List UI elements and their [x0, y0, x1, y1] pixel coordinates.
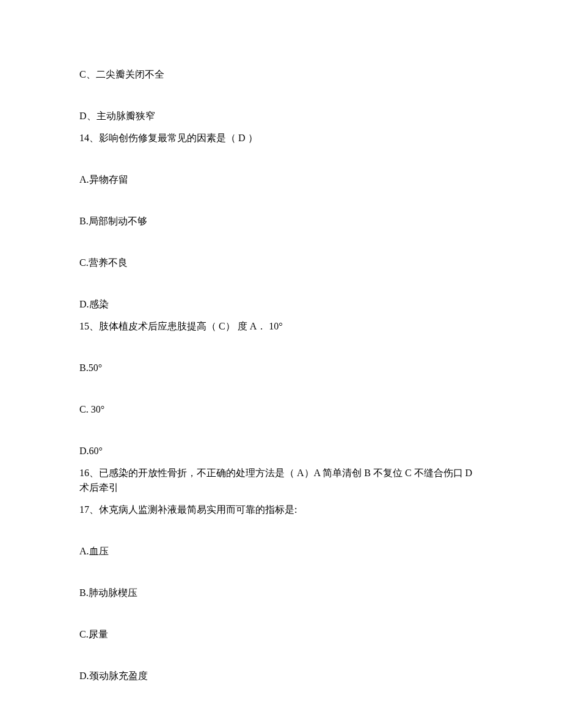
question-line: 16、已感染的开放性骨折，不正确的处理方法是（ A）A 简单清创 B 不复位 C… [79, 466, 483, 495]
option-line: D.颈动脉充盈度 [79, 669, 483, 683]
option-line: B.50° [79, 361, 483, 375]
question-line: 14、影响创伤修复最常见的因素是（ D ） [79, 131, 483, 145]
option-line: B.局部制动不够 [79, 214, 483, 229]
option-line: A.血压 [79, 544, 483, 559]
option-line: D.60° [79, 444, 483, 458]
option-line: B.肺动脉楔压 [79, 586, 483, 600]
option-line: C.尿量 [79, 627, 483, 642]
option-line: C.营养不良 [79, 256, 483, 270]
question-line: 17、休克病人监测补液最简易实用而可靠的指标是: [79, 502, 483, 517]
question-line: 15、肢体植皮术后应患肢提高（ C） 度 A． 10° [79, 319, 483, 334]
option-line: C. 30° [79, 402, 483, 417]
option-line: D、主动脉瓣狭窄 [79, 109, 483, 123]
option-line: A.异物存留 [79, 172, 483, 187]
option-line: D.感染 [79, 297, 483, 312]
option-line: C、二尖瓣关闭不全 [79, 67, 483, 82]
